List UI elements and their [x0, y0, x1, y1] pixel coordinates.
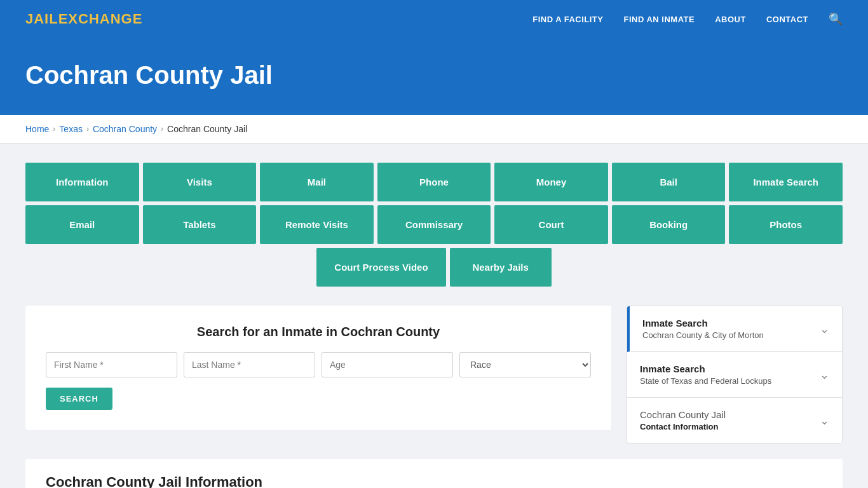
panel-text-2: Inmate Search State of Texas and Federal… — [640, 363, 771, 386]
panel-text-1: Inmate Search Cochran County & City of M… — [642, 318, 764, 340]
chevron-down-icon-2: ⌄ — [820, 368, 829, 382]
btn-booking[interactable]: Booking — [612, 205, 726, 244]
panel-title-1: Inmate Search — [642, 318, 764, 329]
chevron-down-icon-3: ⌄ — [820, 414, 829, 428]
breadcrumb-sep-2: › — [86, 125, 89, 133]
btn-phone[interactable]: Phone — [377, 163, 491, 201]
btn-court-process-video[interactable]: Court Process Video — [316, 248, 445, 287]
search-icon[interactable]: 🔍 — [829, 12, 843, 26]
search-fields: Race White Black Hispanic Asian Other — [46, 352, 591, 377]
navbar: JAILEXCHANGE FIND A FACILITY FIND AN INM… — [0, 0, 868, 38]
logo-exchange: EXCHANGE — [58, 11, 143, 27]
section-heading-title: Cochran County Jail Information — [46, 474, 822, 488]
page-title: Cochran County Jail — [25, 61, 843, 90]
btn-commissary[interactable]: Commissary — [377, 205, 491, 244]
race-select[interactable]: Race White Black Hispanic Asian Other — [459, 352, 591, 377]
search-button[interactable]: SEARCH — [46, 388, 112, 410]
btn-remote-visits[interactable]: Remote Visits — [260, 205, 374, 244]
search-title: Search for an Inmate in Cochran County — [46, 325, 591, 339]
breadcrumb-sep-3: › — [161, 125, 163, 133]
btn-photos[interactable]: Photos — [729, 205, 843, 244]
inmate-search-box: Search for an Inmate in Cochran County R… — [25, 306, 611, 430]
main-content: Information Visits Mail Phone Money Bail… — [0, 144, 868, 488]
nav-about[interactable]: ABOUT — [715, 15, 746, 24]
lower-section: Search for an Inmate in Cochran County R… — [25, 306, 843, 444]
bottom-section: Cochran County Jail Information — [25, 459, 843, 488]
btn-nearby-jails[interactable]: Nearby Jails — [450, 248, 552, 287]
site-logo[interactable]: JAILEXCHANGE — [25, 11, 142, 27]
panel-contact-info[interactable]: Cochran County Jail Contact Information … — [627, 398, 842, 443]
breadcrumb-bar: Home › Texas › Cochran County › Cochran … — [0, 115, 868, 144]
panel-inmate-search-cochran[interactable]: Inmate Search Cochran County & City of M… — [627, 306, 842, 352]
panel-inmate-search-texas[interactable]: Inmate Search State of Texas and Federal… — [627, 352, 842, 398]
button-grid-row1: Information Visits Mail Phone Money Bail… — [25, 163, 843, 201]
nav-find-inmate[interactable]: FIND AN INMATE — [623, 15, 695, 24]
sidebar-panels: Inmate Search Cochran County & City of M… — [627, 306, 843, 444]
button-grid-row2: Email Tablets Remote Visits Commissary C… — [25, 205, 843, 244]
btn-information[interactable]: Information — [25, 163, 139, 201]
chevron-down-icon-1: ⌄ — [820, 322, 829, 336]
breadcrumb-home[interactable]: Home — [25, 124, 49, 134]
btn-court[interactable]: Court — [494, 205, 608, 244]
hero-banner: Cochran County Jail — [0, 38, 868, 115]
last-name-input[interactable] — [184, 352, 315, 377]
breadcrumb-texas[interactable]: Texas — [59, 124, 83, 134]
nav-contact[interactable]: CONTACT — [766, 15, 808, 24]
btn-bail[interactable]: Bail — [612, 163, 726, 201]
btn-inmate-search[interactable]: Inmate Search — [729, 163, 843, 201]
panel-sub-1: Cochran County & City of Morton — [642, 330, 764, 340]
nav-find-facility[interactable]: FIND A FACILITY — [532, 15, 603, 24]
breadcrumb: Home › Texas › Cochran County › Cochran … — [25, 124, 843, 134]
panel-title-2: Inmate Search — [640, 363, 771, 374]
panel-text-3: Cochran County Jail Contact Information — [640, 409, 726, 431]
button-grid-row3: Court Process Video Nearby Jails — [25, 248, 843, 287]
breadcrumb-current: Cochran County Jail — [167, 124, 247, 134]
panel-sub-3: Contact Information — [640, 422, 726, 431]
btn-mail[interactable]: Mail — [260, 163, 374, 201]
btn-visits[interactable]: Visits — [143, 163, 257, 201]
btn-tablets[interactable]: Tablets — [143, 205, 257, 244]
first-name-input[interactable] — [46, 352, 177, 377]
breadcrumb-county[interactable]: Cochran County — [93, 124, 157, 134]
nav-links: FIND A FACILITY FIND AN INMATE ABOUT CON… — [532, 12, 843, 26]
breadcrumb-sep-1: › — [53, 125, 55, 133]
age-input[interactable] — [322, 352, 453, 377]
btn-money[interactable]: Money — [494, 163, 608, 201]
btn-email[interactable]: Email — [25, 205, 139, 244]
logo-jail: JAIL — [25, 11, 58, 27]
panel-title-3: Cochran County Jail — [640, 409, 726, 420]
panel-sub-2: State of Texas and Federal Lockups — [640, 376, 771, 386]
